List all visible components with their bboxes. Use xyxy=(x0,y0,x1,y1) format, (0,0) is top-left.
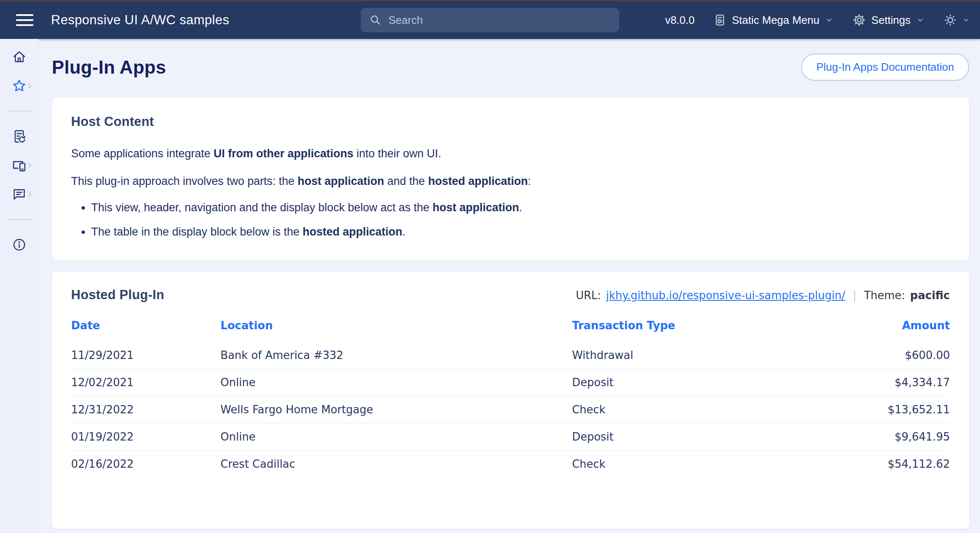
table-row: 12/31/2022 Wells Fargo Home Mortgage Che… xyxy=(71,396,950,423)
sidebar-item-reports[interactable] xyxy=(0,122,39,151)
url-label: URL: xyxy=(576,289,601,302)
host-content-heading: Host Content xyxy=(71,114,950,129)
settings-button[interactable]: Settings xyxy=(852,13,924,27)
table-row: 02/16/2022 Crest Cadillac Check $54,112.… xyxy=(71,450,950,477)
hosted-plugin-heading: Hosted Plug-In xyxy=(71,287,164,302)
cell-amount: $9,641.95 xyxy=(801,423,950,450)
sidebar-item-devices[interactable] xyxy=(0,151,39,179)
sidebar-item-messages[interactable] xyxy=(0,179,39,208)
cell-location: Crest Cadillac xyxy=(220,450,572,477)
cell-type: Withdrawal xyxy=(572,342,801,369)
cell-type: Deposit xyxy=(572,423,801,450)
star-icon xyxy=(12,78,27,93)
hamburger-menu-icon[interactable] xyxy=(16,14,33,26)
app-title: Responsive UI A/WC samples xyxy=(51,13,229,28)
sun-theme-icon xyxy=(944,13,957,27)
mega-menu-label: Static Mega Menu xyxy=(732,14,819,27)
host-content-bullet-1: This view, header, navigation and the di… xyxy=(91,200,950,215)
cell-amount: $54,112.62 xyxy=(801,450,950,477)
cell-date: 12/31/2022 xyxy=(71,396,220,423)
gear-icon xyxy=(852,13,866,27)
report-refresh-icon xyxy=(12,129,27,144)
host-content-bullet-2: The table in the display block below is … xyxy=(91,224,950,239)
sidebar-nav xyxy=(0,39,39,533)
cell-type: Deposit xyxy=(572,369,801,396)
chevron-down-icon xyxy=(962,16,970,24)
table-header-row: Date Location Transaction Type Amount xyxy=(71,312,950,342)
sidebar-divider xyxy=(0,100,39,122)
chevron-right-icon[interactable] xyxy=(26,190,34,198)
cell-amount: $600.00 xyxy=(801,342,950,369)
chat-icon xyxy=(12,187,27,202)
plugin-url-link[interactable]: jkhy.github.io/responsive-ui-samples-plu… xyxy=(606,289,845,302)
cell-date: 11/29/2021 xyxy=(71,342,220,369)
cell-date: 12/02/2021 xyxy=(71,369,220,396)
column-header-date[interactable]: Date xyxy=(71,312,220,342)
meta-divider: | xyxy=(850,289,859,302)
search-icon xyxy=(369,14,382,26)
page-header-row: Plug-In Apps Plug-In Apps Documentation xyxy=(52,54,969,81)
cell-location: Bank of America #332 xyxy=(220,342,572,369)
chevron-down-icon xyxy=(916,16,924,24)
mega-menu-button[interactable]: Static Mega Menu xyxy=(714,14,833,27)
theme-label: Theme: xyxy=(864,289,905,302)
plugin-docs-button[interactable]: Plug-In Apps Documentation xyxy=(801,54,969,81)
settings-label: Settings xyxy=(871,14,911,27)
theme-value: pacific xyxy=(910,289,950,302)
table-row: 01/19/2022 Online Deposit $9,641.95 xyxy=(71,423,950,450)
sidebar-item-info[interactable] xyxy=(0,230,39,259)
version-label: v8.0.0 xyxy=(665,14,695,27)
info-icon xyxy=(12,237,27,252)
hosted-plugin-card: Hosted Plug-In URL: jkhy.github.io/respo… xyxy=(52,272,969,529)
search-box[interactable] xyxy=(361,8,619,32)
transactions-table: Date Location Transaction Type Amount 11… xyxy=(71,312,950,477)
header-actions: v8.0.0 Static Mega Menu Settin xyxy=(665,13,970,27)
column-header-location[interactable]: Location xyxy=(220,312,572,342)
cell-amount: $13,652.11 xyxy=(801,396,950,423)
host-content-paragraph-2: This plug-in approach involves two parts… xyxy=(71,174,950,189)
hosted-plugin-header-row: Hosted Plug-In URL: jkhy.github.io/respo… xyxy=(71,287,950,302)
cell-date: 01/19/2022 xyxy=(71,423,220,450)
app-header: Responsive UI A/WC samples v8.0.0 Static… xyxy=(0,1,980,39)
main-content: Plug-In Apps Plug-In Apps Documentation … xyxy=(39,39,980,533)
sidebar-item-favorites[interactable] xyxy=(0,71,39,100)
host-content-card: Host Content Some applications integrate… xyxy=(52,97,969,261)
chevron-right-icon[interactable] xyxy=(26,161,34,169)
cell-location: Online xyxy=(220,423,572,450)
table-row: 11/29/2021 Bank of America #332 Withdraw… xyxy=(71,342,950,369)
chevron-right-icon[interactable] xyxy=(26,82,34,90)
hosted-plugin-meta: URL: jkhy.github.io/responsive-ui-sample… xyxy=(576,289,950,302)
sidebar-divider xyxy=(0,208,39,230)
host-content-bullet-list: This view, header, navigation and the di… xyxy=(91,200,950,240)
chevron-down-icon xyxy=(825,16,833,24)
column-header-amount[interactable]: Amount xyxy=(801,312,950,342)
cell-location: Wells Fargo Home Mortgage xyxy=(220,396,572,423)
search-input[interactable] xyxy=(388,14,611,27)
cell-date: 02/16/2022 xyxy=(71,450,220,477)
cell-type: Check xyxy=(572,450,801,477)
cell-location: Online xyxy=(220,369,572,396)
table-row: 12/02/2021 Online Deposit $4,334.17 xyxy=(71,369,950,396)
mega-menu-icon xyxy=(714,14,726,26)
host-content-paragraph-1: Some applications integrate UI from othe… xyxy=(71,146,950,161)
column-header-type[interactable]: Transaction Type xyxy=(572,312,801,342)
theme-switcher-button[interactable] xyxy=(944,13,970,27)
page-title: Plug-In Apps xyxy=(52,57,166,78)
home-icon xyxy=(12,49,27,64)
sidebar-item-home[interactable] xyxy=(0,42,39,71)
cell-amount: $4,334.17 xyxy=(801,369,950,396)
devices-icon xyxy=(11,157,27,173)
cell-type: Check xyxy=(572,396,801,423)
